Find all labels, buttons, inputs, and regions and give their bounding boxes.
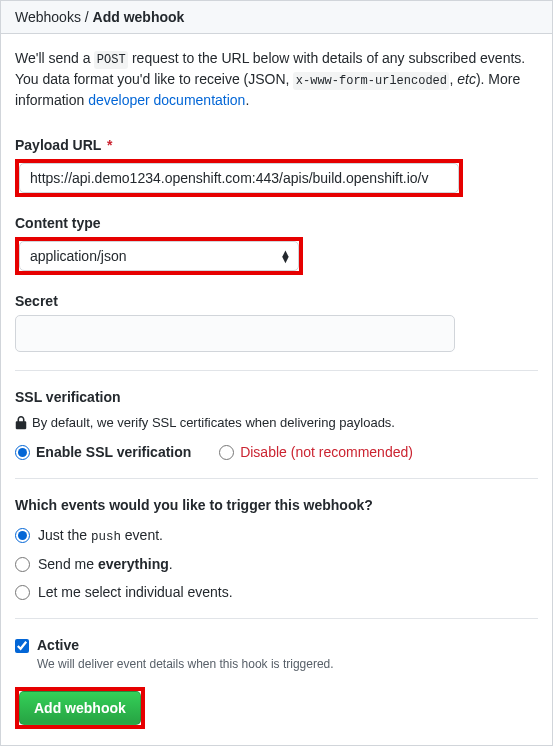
- payload-url-input[interactable]: [19, 163, 459, 193]
- intro-part: .: [245, 92, 249, 108]
- event-option-everything: Send me everything.: [15, 556, 538, 572]
- label-bold: everything: [98, 556, 169, 572]
- payload-url-field: Payload URL *: [15, 137, 538, 197]
- required-asterisk: *: [107, 137, 112, 153]
- ssl-default-text: By default, we verify SSL certificates w…: [15, 415, 538, 430]
- breadcrumb-separator: /: [85, 9, 93, 25]
- lock-icon: [15, 416, 27, 430]
- submit-highlight: Add webhook: [15, 687, 145, 729]
- breadcrumb-current: Add webhook: [93, 9, 185, 25]
- form-content: We'll send a POST request to the URL bel…: [1, 34, 552, 745]
- active-row: Active: [15, 637, 538, 653]
- secret-label: Secret: [15, 293, 538, 309]
- active-description: We will deliver event details when this …: [37, 657, 538, 671]
- intro-code-post: POST: [94, 51, 128, 70]
- payload-url-label: Payload URL *: [15, 137, 538, 153]
- label-part: event.: [121, 527, 163, 543]
- ssl-disable-radio[interactable]: [219, 445, 234, 460]
- developer-docs-link[interactable]: developer documentation: [88, 92, 245, 108]
- ssl-enable-option[interactable]: Enable SSL verification: [15, 444, 191, 460]
- content-type-select[interactable]: application/json: [19, 241, 299, 271]
- active-label[interactable]: Active: [37, 637, 79, 653]
- ssl-radio-group: Enable SSL verification Disable (not rec…: [15, 444, 538, 460]
- content-type-select-wrap: application/json ▲▼: [19, 241, 299, 271]
- intro-etc: etc: [457, 71, 476, 87]
- event-option-push: Just the push event.: [15, 527, 538, 544]
- active-checkbox[interactable]: [15, 639, 29, 653]
- label-part: Just the: [38, 527, 91, 543]
- ssl-default-label: By default, we verify SSL certificates w…: [32, 415, 395, 430]
- event-option-individual: Let me select individual events.: [15, 584, 538, 600]
- events-section-title: Which events would you like to trigger t…: [15, 497, 538, 513]
- event-individual-label[interactable]: Let me select individual events.: [38, 584, 233, 600]
- ssl-enable-label: Enable SSL verification: [36, 444, 191, 460]
- ssl-disable-label: Disable (not recommended): [240, 444, 413, 460]
- label-part: Send me: [38, 556, 98, 572]
- label-text: Payload URL: [15, 137, 101, 153]
- event-everything-radio[interactable]: [15, 557, 30, 572]
- event-push-label[interactable]: Just the push event.: [38, 527, 163, 544]
- separator: [15, 370, 538, 371]
- add-webhook-button[interactable]: Add webhook: [19, 691, 141, 725]
- separator: [15, 618, 538, 619]
- secret-field: Secret: [15, 293, 538, 352]
- intro-part: We'll send a: [15, 50, 94, 66]
- webhook-form-page: Webhooks / Add webhook We'll send a POST…: [0, 0, 553, 746]
- event-individual-radio[interactable]: [15, 585, 30, 600]
- label-part: .: [169, 556, 173, 572]
- content-type-field: Content type application/json ▲▼: [15, 215, 538, 275]
- intro-text: We'll send a POST request to the URL bel…: [15, 48, 538, 111]
- page-header: Webhooks / Add webhook: [1, 0, 552, 34]
- ssl-section-title: SSL verification: [15, 389, 538, 405]
- breadcrumb-root-link[interactable]: Webhooks: [15, 9, 81, 25]
- ssl-disable-option[interactable]: Disable (not recommended): [219, 444, 413, 460]
- push-code: push: [91, 530, 121, 544]
- content-type-label: Content type: [15, 215, 538, 231]
- separator: [15, 478, 538, 479]
- payload-url-highlight: [15, 159, 463, 197]
- event-push-radio[interactable]: [15, 528, 30, 543]
- event-everything-label[interactable]: Send me everything.: [38, 556, 173, 572]
- intro-code-form: x-www-form-urlencoded: [293, 72, 449, 91]
- secret-input[interactable]: [15, 315, 455, 352]
- content-type-highlight: application/json ▲▼: [15, 237, 303, 275]
- ssl-enable-radio[interactable]: [15, 445, 30, 460]
